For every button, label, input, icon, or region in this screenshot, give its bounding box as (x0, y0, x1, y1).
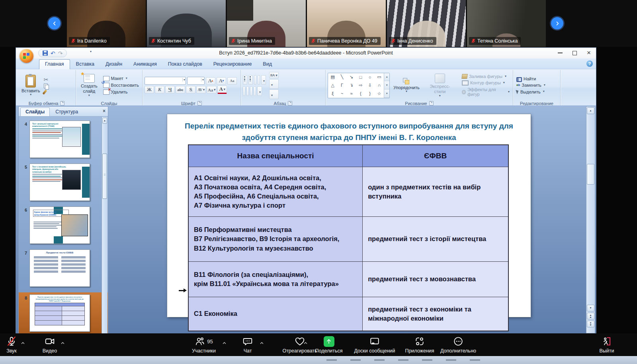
shape-icon[interactable]: ⇩ (368, 83, 372, 88)
shape-icon[interactable]: ≈ (350, 91, 352, 96)
tab-home[interactable]: Главная (39, 59, 70, 69)
video-button[interactable]: Видео (40, 336, 60, 354)
paste-button[interactable]: Вставить ▾ (20, 74, 42, 97)
bullets-button[interactable] (243, 75, 247, 85)
video-tile[interactable]: Ira Danilenko (67, 0, 146, 47)
help-icon[interactable]: ? (586, 60, 593, 67)
restore-button[interactable] (571, 50, 578, 56)
shape-icon[interactable]: ▭ (377, 74, 381, 80)
table-cell-exam[interactable]: предметний тест з економіки та міжнародн… (363, 297, 508, 331)
video-options-caret[interactable] (61, 339, 65, 346)
tab-animation[interactable]: Анимация (128, 60, 162, 69)
video-tile[interactable]: Інна Денисенко (387, 0, 466, 47)
panel-tab-slides[interactable]: Слайды (20, 107, 50, 116)
dialog-launcher-icon[interactable] (197, 101, 202, 105)
panel-scroll-up-icon[interactable]: ▲ (102, 118, 107, 124)
table-cell-specialty[interactable]: С1 Економіка (188, 297, 363, 331)
leave-button[interactable]: Выйти (596, 336, 618, 354)
columns-button[interactable] (257, 86, 262, 96)
slide-thumbnail-4[interactable]: Тест загальної навчальної компетентності… (29, 121, 90, 158)
participants-button[interactable]: 95 Участники (184, 336, 224, 354)
tab-view[interactable]: Вид (258, 60, 277, 69)
grow-font-button[interactable]: A (206, 77, 215, 85)
shape-icon[interactable]: ╲ (341, 74, 344, 80)
panel-scrollbar-thumb[interactable] (102, 154, 107, 199)
previous-videos-button[interactable] (48, 17, 61, 29)
slide-thumbnail-5[interactable]: Тест з іноземної мови (англійська, німец… (29, 164, 90, 201)
italic-button[interactable]: К (155, 86, 164, 93)
shape-icon[interactable]: { (360, 91, 361, 96)
minimize-button[interactable] (557, 50, 563, 56)
replace-button[interactable]: abЗаменить (515, 82, 547, 88)
shape-icon[interactable]: ☆ (377, 91, 381, 96)
shape-fill-button[interactable]: Заливка фигуры (461, 74, 511, 79)
dialog-launcher-icon[interactable] (429, 101, 434, 105)
shape-icon[interactable]: ↴ (350, 83, 353, 88)
current-slide[interactable]: Перелік предметних тестів єдиного фахово… (167, 114, 531, 317)
apps-button[interactable]: Приложения (400, 336, 440, 354)
audio-button[interactable]: Звук (2, 336, 21, 354)
participants-options-caret[interactable] (222, 339, 227, 346)
shape-icon[interactable]: ▤ (330, 74, 334, 80)
copy-icon[interactable] (44, 84, 49, 89)
shapes-gallery[interactable]: ▤╲↘□○▭ △Γ↴⇨⇩∩ ξ~≈{}☆ ▲▼▼ (328, 73, 390, 98)
shape-icon[interactable]: □ (359, 75, 362, 80)
shape-icon[interactable]: Γ (341, 83, 343, 88)
gallery-more-icon[interactable]: ▼ (384, 90, 389, 98)
shape-icon[interactable]: ○ (369, 75, 371, 80)
select-button[interactable]: Выделить (515, 89, 546, 95)
table-cell-exam[interactable]: предметний тест з мовознавства (363, 262, 508, 297)
tab-insert[interactable]: Вставка (71, 60, 100, 69)
justify-button[interactable] (254, 86, 256, 96)
font-size-combo[interactable] (187, 77, 205, 85)
cut-icon[interactable]: ✂ (44, 76, 49, 83)
shape-icon[interactable]: } (369, 91, 371, 96)
align-center-button[interactable] (246, 86, 249, 96)
table-cell-exam[interactable]: один з предметних тестів на вибір вступн… (363, 167, 508, 217)
reset-button[interactable]: Восстановить (102, 82, 140, 88)
tab-review[interactable]: Рецензирование (208, 60, 257, 69)
gallery-scroll-down-icon[interactable]: ▼ (384, 81, 389, 90)
line-spacing-button[interactable] (261, 75, 266, 85)
video-tile[interactable]: Ірина Микитіна (227, 0, 306, 47)
slide-title[interactable]: Перелік предметних тестів єдиного фахово… (167, 120, 531, 144)
office-button[interactable] (20, 49, 33, 63)
next-videos-button[interactable] (551, 17, 563, 29)
close-button[interactable]: × (586, 50, 592, 56)
gallery-scroll-up-icon[interactable]: ▲ (384, 73, 389, 82)
panel-scrollbar[interactable]: ▲ (102, 117, 107, 333)
panel-tab-outline[interactable]: Структура (51, 108, 83, 116)
align-right-button[interactable] (250, 86, 252, 96)
decrease-indent-button[interactable] (254, 75, 256, 85)
table-header-specialty[interactable]: Назва спеціальності (188, 145, 363, 167)
previous-slide-button[interactable]: ▲ ▲ (587, 313, 594, 319)
layout-button[interactable]: Макет (102, 76, 140, 82)
table-cell-specialty[interactable]: В11 Філологія (за спеціалізаціями), крім… (188, 262, 363, 297)
table-header-efvv[interactable]: ЄФВВ (363, 145, 508, 167)
shape-icon[interactable]: ~ (341, 91, 343, 96)
find-button[interactable]: Найти (515, 76, 537, 82)
dialog-launcher-icon[interactable] (60, 101, 64, 105)
font-color-button[interactable]: А (217, 86, 227, 94)
shape-icon[interactable]: △ (331, 83, 334, 88)
dialog-launcher-icon[interactable] (288, 101, 292, 105)
shrink-font-button[interactable]: A (217, 77, 226, 85)
shape-icon[interactable]: ξ (332, 91, 334, 96)
table-cell-exam[interactable]: предметний тест з історії мистецтва (363, 217, 508, 262)
whiteboards-button[interactable]: Доски сообщений (349, 336, 401, 354)
scroll-down-icon[interactable]: ▼ (587, 305, 594, 311)
next-slide-button[interactable]: ▼ ▼ (587, 321, 594, 327)
video-tile[interactable]: Паничева Вероніка ДО 49 (307, 0, 386, 47)
scrollbar-thumb[interactable] (587, 164, 594, 185)
align-left-button[interactable] (243, 86, 245, 96)
video-tile[interactable]: Тетяна Солінська (467, 0, 546, 47)
shape-effects-button[interactable]: Эффекты для фигур (461, 87, 511, 97)
text-shadow-button[interactable]: S (186, 86, 195, 93)
slide-thumbnail-6[interactable]: Єдине фахове вступне випробування (ЄФВВ) (29, 206, 90, 244)
align-text-button[interactable] (269, 79, 279, 89)
shape-icon[interactable]: ∩ (378, 83, 381, 88)
audio-options-caret[interactable] (21, 339, 25, 346)
video-tile[interactable]: Костянтин Чуб (147, 0, 226, 47)
chat-button[interactable]: Чат (236, 336, 260, 354)
increase-indent-button[interactable] (258, 75, 260, 85)
